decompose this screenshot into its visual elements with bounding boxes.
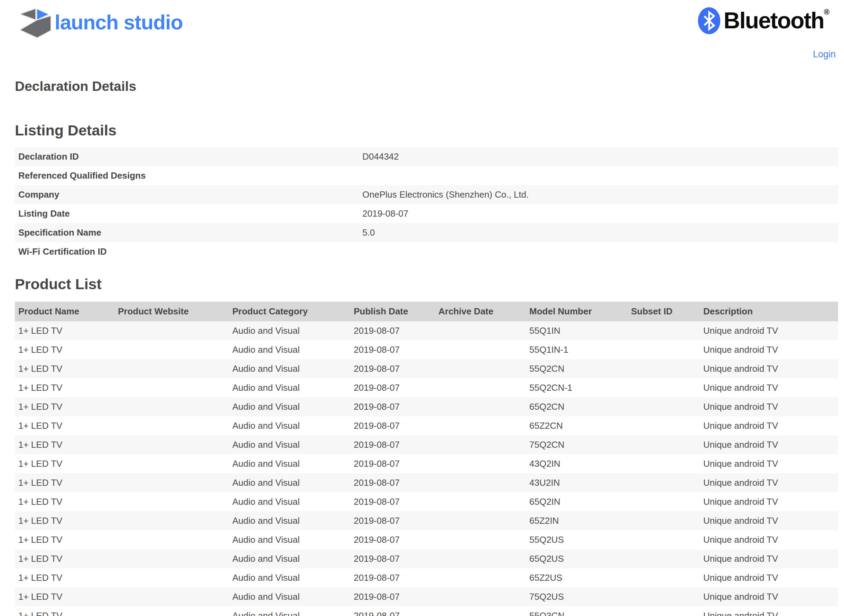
column-header-description: Description	[700, 302, 838, 321]
table-cell: 2019-08-07	[350, 454, 435, 473]
column-header-product-name: Product Name	[15, 302, 115, 321]
bluetooth-icon	[698, 7, 720, 35]
column-header-product-category: Product Category	[229, 302, 350, 321]
listing-details-table: Declaration IDD044342Referenced Qualifie…	[15, 147, 838, 261]
bluetooth-logo[interactable]: Bluetooth ®	[698, 5, 829, 35]
table-row: 1+ LED TVAudio and Visual2019-08-0765Q2I…	[15, 492, 838, 511]
table-cell	[115, 568, 229, 587]
table-cell: Unique android TV	[700, 416, 838, 435]
launch-studio-logo[interactable]: launch studio	[20, 5, 183, 40]
launch-studio-logo-text: launch studio	[54, 12, 183, 33]
table-cell	[435, 340, 526, 359]
table-row: 1+ LED TVAudio and Visual2019-08-0755Q3C…	[15, 606, 838, 616]
table-cell: 65Q2US	[526, 549, 628, 568]
table-cell	[628, 359, 700, 378]
listing-detail-row: Listing Date2019-08-07	[15, 204, 838, 223]
table-cell: Unique android TV	[700, 530, 838, 549]
table-cell	[435, 549, 526, 568]
table-cell: 2019-08-07	[350, 435, 435, 454]
table-cell: 75Q2US	[526, 587, 628, 606]
table-cell: Audio and Visual	[229, 416, 350, 435]
table-cell	[628, 416, 700, 435]
table-cell	[115, 359, 229, 378]
product-table-header-row: Product NameProduct WebsiteProduct Categ…	[15, 302, 838, 321]
main-content: Declaration Details Listing Details Decl…	[15, 79, 838, 616]
page: launch studio Bluetooth ® Login Declarat…	[0, 0, 844, 616]
table-cell: Unique android TV	[700, 321, 838, 340]
table-cell: Audio and Visual	[229, 340, 350, 359]
table-cell: 1+ LED TV	[15, 378, 115, 397]
login-link[interactable]: Login	[813, 49, 836, 59]
table-row: 1+ LED TVAudio and Visual2019-08-0755Q1I…	[15, 321, 838, 340]
table-cell	[628, 435, 700, 454]
table-cell: 1+ LED TV	[15, 454, 115, 473]
table-cell: Unique android TV	[700, 473, 838, 492]
table-cell: 2019-08-07	[350, 340, 435, 359]
table-cell	[435, 568, 526, 587]
table-cell: 1+ LED TV	[15, 492, 115, 511]
table-cell: 1+ LED TV	[15, 568, 115, 587]
table-cell: 2019-08-07	[350, 492, 435, 511]
table-cell	[115, 340, 229, 359]
table-cell: 1+ LED TV	[15, 321, 115, 340]
table-cell: 1+ LED TV	[15, 416, 115, 435]
product-list-table: Product NameProduct WebsiteProduct Categ…	[15, 302, 838, 616]
table-cell	[628, 511, 700, 530]
table-cell	[628, 549, 700, 568]
table-cell: 65Q2IN	[526, 492, 628, 511]
table-cell	[435, 473, 526, 492]
table-row: 1+ LED TVAudio and Visual2019-08-0765Z2I…	[15, 511, 838, 530]
table-cell	[628, 454, 700, 473]
table-cell	[435, 606, 526, 616]
table-cell	[435, 492, 526, 511]
table-cell: Audio and Visual	[229, 492, 350, 511]
listing-detail-label: Declaration ID	[15, 151, 362, 162]
table-cell: 2019-08-07	[350, 378, 435, 397]
table-cell	[435, 378, 526, 397]
table-cell	[435, 397, 526, 416]
listing-detail-value: 5.0	[362, 227, 838, 238]
table-cell: Audio and Visual	[229, 378, 350, 397]
table-cell	[115, 397, 229, 416]
table-cell: 55Q2US	[526, 530, 628, 549]
table-cell	[115, 511, 229, 530]
table-cell	[628, 378, 700, 397]
table-cell: Audio and Visual	[229, 568, 350, 587]
table-cell: 2019-08-07	[350, 321, 435, 340]
bluetooth-logo-text: Bluetooth	[724, 7, 824, 34]
top-bar: launch studio Bluetooth ®	[0, 0, 844, 40]
table-cell: Audio and Visual	[229, 359, 350, 378]
table-cell: 1+ LED TV	[15, 530, 115, 549]
table-cell: 1+ LED TV	[15, 473, 115, 492]
table-cell	[628, 530, 700, 549]
table-cell	[628, 587, 700, 606]
table-cell: Audio and Visual	[229, 511, 350, 530]
table-cell	[435, 587, 526, 606]
table-cell: 55Q2CN	[526, 359, 628, 378]
table-cell	[628, 568, 700, 587]
table-row: 1+ LED TVAudio and Visual2019-08-0765Q2C…	[15, 397, 838, 416]
listing-detail-label: Company	[15, 189, 362, 200]
table-cell: Audio and Visual	[229, 606, 350, 616]
table-cell: 2019-08-07	[350, 473, 435, 492]
table-cell	[435, 416, 526, 435]
table-cell	[115, 587, 229, 606]
table-cell	[628, 606, 700, 616]
column-header-model-number: Model Number	[526, 302, 628, 321]
table-row: 1+ LED TVAudio and Visual2019-08-0765Z2U…	[15, 568, 838, 587]
listing-detail-label: Specification Name	[15, 227, 362, 238]
table-cell: 1+ LED TV	[15, 587, 115, 606]
listing-details-title: Listing Details	[15, 122, 838, 139]
table-row: 1+ LED TVAudio and Visual2019-08-0743U2I…	[15, 473, 838, 492]
login-row: Login	[0, 40, 844, 62]
listing-detail-row: CompanyOnePlus Electronics (Shenzhen) Co…	[15, 185, 838, 204]
listing-detail-value: 2019-08-07	[362, 208, 838, 219]
table-cell: 43Q2IN	[526, 454, 628, 473]
table-cell: 1+ LED TV	[15, 606, 115, 616]
table-cell: Unique android TV	[700, 454, 838, 473]
table-cell: 2019-08-07	[350, 359, 435, 378]
table-cell: 55Q1IN	[526, 321, 628, 340]
table-row: 1+ LED TVAudio and Visual2019-08-0775Q2U…	[15, 587, 838, 606]
column-header-subset-id: Subset ID	[628, 302, 700, 321]
table-cell: 65Q2CN	[526, 397, 628, 416]
